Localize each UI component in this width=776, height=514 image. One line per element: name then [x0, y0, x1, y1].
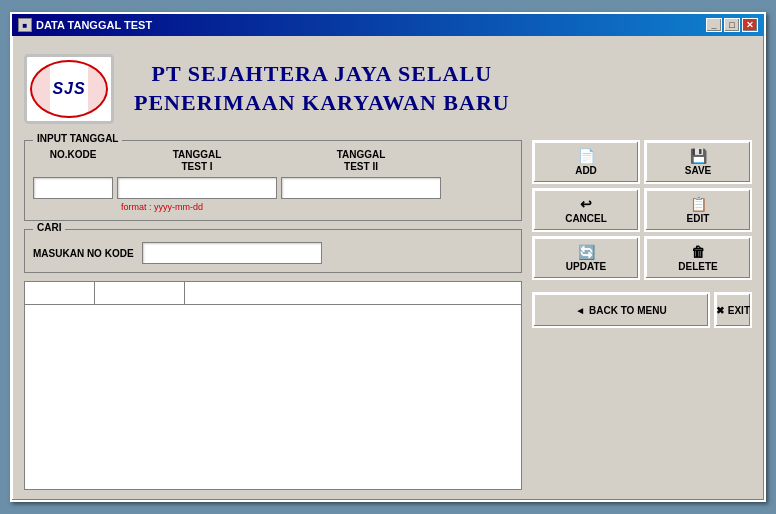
search-input[interactable] — [142, 242, 322, 264]
logo-container: SJS — [24, 54, 114, 124]
tanggal2-input[interactable] — [281, 177, 441, 199]
col2-header: TANGGALTEST I — [117, 149, 277, 173]
cancel-icon: ↩ — [580, 197, 592, 211]
btn-row-3: 🔄 UPDATE 🗑 DELETE — [532, 236, 752, 280]
exit-button[interactable]: ✖ EXIT — [714, 292, 752, 328]
update-button[interactable]: 🔄 UPDATE — [532, 236, 640, 280]
search-section: CARI MASUKAN NO KODE — [24, 229, 522, 273]
close-button[interactable]: ✕ — [742, 18, 758, 32]
edit-button[interactable]: 📋 EDIT — [644, 188, 752, 232]
title-bar: ■ DATA TANGGAL TEST _ □ ✕ — [12, 14, 764, 36]
update-icon: 🔄 — [578, 245, 595, 259]
btn-row-1: 📄 ADD 💾 SAVE — [532, 140, 752, 184]
company-line1: PT SEJAHTERA JAYA SELALU — [134, 60, 510, 89]
company-line2: PENERIMAAN KARYAWAN BARU — [134, 89, 510, 118]
minimize-button[interactable]: _ — [706, 18, 722, 32]
window-icon: ■ — [18, 18, 32, 32]
col1-header: NO.KODE — [33, 149, 113, 173]
exit-icon: ✖ — [716, 305, 724, 316]
btn-row-4: ◄ BACK TO MENU ✖ EXIT — [532, 292, 752, 328]
table-col1 — [25, 282, 95, 304]
data-table — [24, 281, 522, 490]
search-label: MASUKAN NO KODE — [33, 248, 134, 259]
button-panel: 📄 ADD 💾 SAVE ↩ CANCEL 📋 — [532, 140, 752, 490]
main-window: ■ DATA TANGGAL TEST _ □ ✕ SJS PT SEJAHTE… — [10, 12, 766, 502]
header-section: SJS PT SEJAHTERA JAYA SELALU PENERIMAAN … — [24, 46, 752, 132]
cancel-button[interactable]: ↩ CANCEL — [532, 188, 640, 232]
input-section-label: INPUT TANGGAL — [33, 133, 122, 144]
table-col2 — [95, 282, 185, 304]
back-to-menu-button[interactable]: ◄ BACK TO MENU — [532, 292, 710, 328]
edit-icon: 📋 — [690, 197, 707, 211]
add-button[interactable]: 📄 ADD — [532, 140, 640, 184]
company-title: PT SEJAHTERA JAYA SELALU PENERIMAAN KARY… — [134, 60, 510, 117]
add-icon: 📄 — [578, 149, 595, 163]
logo-text: SJS — [52, 80, 85, 98]
maximize-button[interactable]: □ — [724, 18, 740, 32]
table-header-row — [25, 282, 521, 305]
format-hint: format : yyyy-mm-dd — [121, 202, 513, 212]
btn-row-2: ↩ CANCEL 📋 EDIT — [532, 188, 752, 232]
nokode-input[interactable] — [33, 177, 113, 199]
window-title: DATA TANGGAL TEST — [36, 19, 152, 31]
delete-button[interactable]: 🗑 DELETE — [644, 236, 752, 280]
delete-icon: 🗑 — [691, 245, 705, 259]
save-icon: 💾 — [690, 149, 707, 163]
table-body — [25, 305, 521, 489]
tanggal1-input[interactable] — [117, 177, 277, 199]
search-section-label: CARI — [33, 222, 65, 233]
save-button[interactable]: 💾 SAVE — [644, 140, 752, 184]
input-section: INPUT TANGGAL NO.KODE TANGGALTEST I TANG… — [24, 140, 522, 221]
col3-header: TANGGALTEST II — [281, 149, 441, 173]
back-icon: ◄ — [575, 305, 585, 316]
